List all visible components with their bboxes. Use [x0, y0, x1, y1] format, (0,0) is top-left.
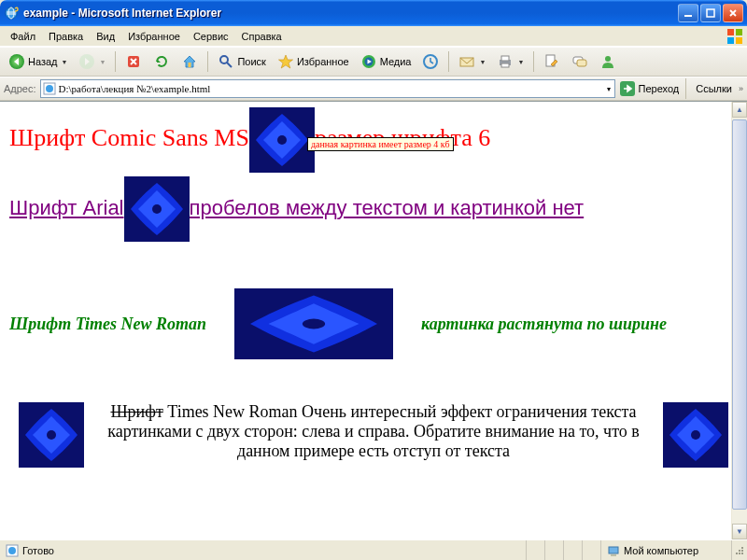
zone-text: Мой компьютер: [624, 545, 698, 556]
menu-help[interactable]: Справка: [235, 29, 289, 44]
address-label: Адрес:: [4, 83, 36, 94]
discuss-button[interactable]: [567, 50, 593, 73]
history-button[interactable]: [417, 50, 444, 73]
forward-button[interactable]: ▼: [74, 50, 110, 73]
svg-rect-3: [707, 9, 714, 17]
svg-rect-22: [577, 60, 586, 66]
address-field[interactable]: ▾: [40, 79, 615, 98]
title-bar: example - Microsoft Internet Explorer: [0, 0, 747, 26]
text-segment: Шрифт Arial: [9, 196, 124, 219]
links-chevron-icon[interactable]: »: [739, 84, 743, 93]
page-content: Шрифт Comic Sans MS данная картинка имее…: [0, 102, 747, 470]
ie-page-icon: [43, 82, 56, 95]
ornament-image-right: [663, 402, 728, 468]
refresh-button[interactable]: [148, 50, 175, 73]
chevron-down-icon: ▼: [99, 59, 106, 65]
times-line: Шрифт Times New Roman картинка растянута…: [9, 288, 738, 359]
search-label: Поиск: [237, 56, 265, 67]
edit-button[interactable]: [539, 50, 565, 73]
text-segment: Шрифт Times New Roman: [9, 315, 206, 334]
print-button[interactable]: ▼: [492, 50, 529, 73]
media-icon: [360, 53, 377, 70]
media-label: Медиа: [380, 56, 412, 67]
comic-sans-line: Шрифт Comic Sans MS данная картинка имее…: [9, 107, 738, 173]
maximize-button[interactable]: [700, 4, 721, 22]
toolbar: Назад ▼ ▼ Поиск Избранное Медиа ▼ ▼: [0, 47, 747, 77]
address-bar: Адрес: ▾ Переход Ссылки »: [0, 77, 747, 101]
svg-point-34: [47, 430, 56, 440]
svg-rect-5: [736, 29, 742, 35]
ornament-image: [124, 176, 190, 242]
status-zone: Мой компьютер: [601, 540, 732, 560]
paragraph-wrapped: Шрифт Times New Roman Очень интересный э…: [19, 402, 728, 461]
menu-tools[interactable]: Сервис: [187, 29, 235, 44]
status-text: Готово: [22, 545, 54, 556]
image-tooltip: данная картинка имеет размер 4 кб: [307, 137, 454, 151]
svg-point-28: [277, 135, 287, 145]
links-label[interactable]: Ссылки: [693, 83, 735, 94]
scroll-track[interactable]: [732, 118, 747, 524]
chevron-down-icon: ▼: [517, 59, 524, 65]
svg-point-0: [6, 7, 17, 19]
svg-point-36: [691, 430, 700, 440]
scroll-down-button[interactable]: ▼: [732, 524, 747, 539]
svg-rect-2: [684, 15, 692, 17]
svg-point-30: [152, 204, 162, 214]
svg-point-32: [303, 319, 325, 329]
menu-favorites[interactable]: Избранное: [121, 29, 187, 44]
menu-bar: Файл Правка Вид Избранное Сервис Справка: [0, 26, 747, 47]
menu-edit[interactable]: Правка: [42, 29, 90, 44]
vertical-scrollbar[interactable]: ▲ ▼: [731, 102, 747, 539]
arial-line: Шрифт Arial пробелов между текстом и кар…: [9, 176, 738, 242]
go-button[interactable]: Переход: [619, 80, 680, 97]
minimize-button[interactable]: [678, 4, 698, 22]
scroll-up-button[interactable]: ▲: [732, 102, 747, 118]
chevron-down-icon: ▼: [62, 59, 68, 65]
svg-rect-41: [741, 547, 743, 549]
refresh-icon: [153, 53, 170, 70]
scroll-thumb[interactable]: [732, 119, 747, 510]
svg-rect-44: [736, 553, 738, 554]
text-segment: Шрифт Comic Sans MS: [9, 124, 249, 151]
status-bar: Готово Мой компьютер: [0, 539, 747, 560]
svg-rect-43: [741, 550, 743, 552]
menu-file[interactable]: Файл: [4, 29, 42, 44]
stop-button[interactable]: [120, 50, 147, 73]
messenger-button[interactable]: [595, 50, 621, 73]
home-button[interactable]: [176, 50, 203, 73]
svg-rect-19: [501, 63, 509, 67]
back-icon: [8, 53, 25, 70]
mail-button[interactable]: ▼: [454, 50, 490, 73]
close-button[interactable]: [723, 4, 743, 22]
address-dropdown[interactable]: ▾: [605, 85, 613, 93]
svg-rect-4: [727, 29, 734, 35]
stop-icon: [125, 53, 142, 70]
search-button[interactable]: Поиск: [213, 50, 270, 73]
window-title: example - Microsoft Internet Explorer: [23, 7, 678, 20]
home-icon: [181, 53, 198, 70]
ornament-image-left: [19, 402, 84, 468]
svg-rect-42: [739, 550, 740, 552]
history-icon: [422, 53, 439, 70]
back-button[interactable]: Назад ▼: [4, 50, 72, 73]
menu-view[interactable]: Вид: [90, 29, 121, 44]
svg-rect-40: [611, 554, 616, 556]
back-label: Назад: [28, 56, 58, 67]
text-segment: пробелов между текстом и картинкой нет: [190, 196, 585, 219]
media-button[interactable]: Медиа: [356, 50, 416, 73]
windows-logo-icon: [726, 28, 743, 45]
svg-point-25: [46, 85, 53, 92]
address-input[interactable]: [59, 83, 602, 94]
favorites-button[interactable]: Избранное: [273, 50, 354, 73]
go-icon: [619, 80, 636, 97]
strikethrough-text: Шрифт: [110, 402, 162, 421]
mail-icon: [458, 53, 475, 70]
ornament-image: данная картинка имеет размер 4 кб: [249, 107, 315, 173]
svg-rect-18: [501, 56, 509, 61]
print-icon: [497, 53, 514, 70]
ornament-image-stretched: [234, 288, 393, 359]
person-icon: [599, 53, 616, 70]
resize-grip[interactable]: [732, 543, 747, 558]
ie-icon: [4, 6, 19, 21]
svg-rect-39: [609, 547, 618, 553]
